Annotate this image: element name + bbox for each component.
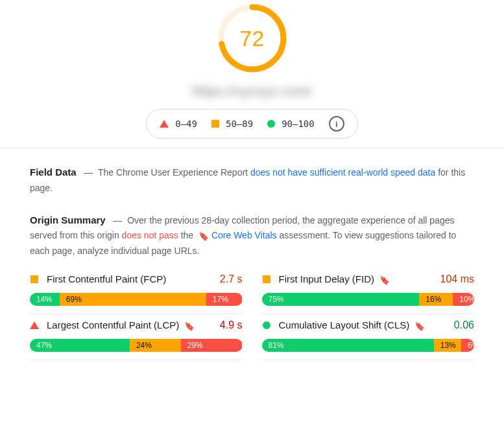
triangle-red-icon <box>30 321 39 329</box>
legend-poor-label: 0–49 <box>175 119 197 129</box>
metric-fid: First Input Delay (FID) 🔖104 ms75%16%10% <box>262 268 475 314</box>
dist-poor: 6% <box>461 339 474 352</box>
dist-avg: 16% <box>419 293 453 306</box>
metric-name: Largest Contentful Paint (LCP) 🔖 <box>47 319 212 331</box>
origin-title: Origin Summary <box>30 214 106 225</box>
triangle-red-icon <box>160 120 169 128</box>
metric-fcp: First Contentful Paint (FCP) 2.7 s14%69%… <box>30 268 243 314</box>
metric-value: 4.9 s <box>220 319 243 331</box>
distribution-bar: 47%24%29% <box>30 339 243 352</box>
metric-name: First Input Delay (FID) 🔖 <box>279 273 433 285</box>
dist-good: 14% <box>30 293 60 306</box>
metric-value: 0.06 <box>454 319 474 331</box>
legend-good: 90–100 <box>267 119 315 129</box>
score-hero: 72 https://xyzxyz.com/ 0–49 50–89 90–100… <box>0 0 504 148</box>
distribution-bar: 14%69%17% <box>30 293 243 306</box>
info-icon[interactable]: i <box>329 116 344 132</box>
legend-good-label: 90–100 <box>282 119 315 129</box>
dist-avg: 13% <box>434 339 462 352</box>
square-orange-icon <box>263 275 270 283</box>
dist-good: 75% <box>262 293 420 306</box>
metric-marker <box>262 321 271 330</box>
metric-value: 104 ms <box>440 273 474 285</box>
metric-lcp: Largest Contentful Paint (LCP) 🔖4.9 s47%… <box>30 314 243 360</box>
metric-marker <box>30 321 39 330</box>
metric-name: First Contentful Paint (FCP) <box>47 273 212 284</box>
circle-green-icon <box>267 120 275 128</box>
field-data-link[interactable]: does not have sufficient real-world spee… <box>250 167 435 178</box>
legend-avg-label: 50–89 <box>226 119 253 129</box>
field-data-section: Field Data — The Chrome User Experience … <box>0 148 504 196</box>
square-orange-icon <box>211 120 219 128</box>
metric-marker <box>30 275 39 284</box>
bookmark-icon: 🔖 <box>198 231 209 241</box>
score-value: 72 <box>217 3 288 74</box>
score-legend: 0–49 50–89 90–100 i <box>146 109 357 139</box>
metric-marker <box>262 275 271 284</box>
metric-cls: Cumulative Layout Shift (CLS) 🔖0.0681%13… <box>262 314 475 360</box>
dist-poor: 17% <box>206 293 243 306</box>
score-gauge: 72 <box>217 3 288 74</box>
bookmark-icon: 🔖 <box>379 275 390 285</box>
dist-avg: 69% <box>60 293 206 306</box>
distribution-bar: 75%16%10% <box>262 293 475 306</box>
dist-good: 81% <box>262 339 434 352</box>
dist-poor: 10% <box>453 293 474 306</box>
legend-avg: 50–89 <box>211 119 253 129</box>
bookmark-icon: 🔖 <box>184 321 195 331</box>
square-orange-icon <box>30 275 38 283</box>
dist-good: 47% <box>30 339 130 352</box>
circle-green-icon <box>263 321 270 329</box>
metric-value: 2.7 s <box>220 273 243 285</box>
field-data-pre: The Chrome User Experience Report <box>98 167 250 178</box>
metric-name: Cumulative Layout Shift (CLS) 🔖 <box>279 319 446 331</box>
bookmark-icon: 🔖 <box>414 321 425 331</box>
metrics-grid: First Contentful Paint (FCP) 2.7 s14%69%… <box>0 259 504 360</box>
field-data-title: Field Data <box>30 167 77 178</box>
tested-url-blurred: https://xyzxyz.com/ <box>171 83 333 100</box>
dist-poor: 29% <box>181 339 243 352</box>
origin-fail: does not pass <box>122 230 178 240</box>
core-web-vitals-link[interactable]: Core Web Vitals <box>211 230 277 240</box>
legend-poor: 0–49 <box>160 119 197 129</box>
distribution-bar: 81%13%6% <box>262 339 475 352</box>
dist-avg: 24% <box>130 339 181 352</box>
origin-mid: the <box>181 230 196 240</box>
origin-summary-section: Origin Summary — Over the previous 28-da… <box>0 196 504 259</box>
